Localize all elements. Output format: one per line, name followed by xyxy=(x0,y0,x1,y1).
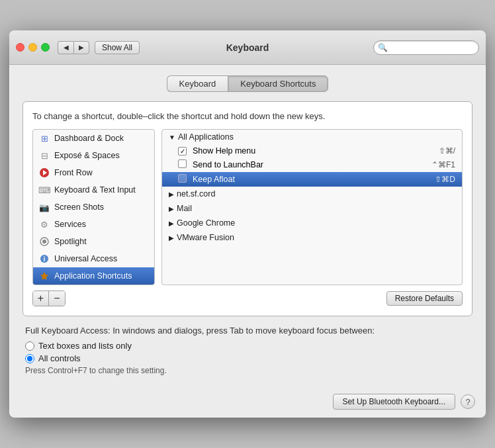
keyboard-access-title: Full Keyboard Access: In windows and dia… xyxy=(25,326,470,336)
group-label: VMware Fusion xyxy=(177,233,234,242)
sidebar-item-expose[interactable]: ⊟ Exposé & Spaces xyxy=(33,147,154,164)
keyboard-window: ◀ ▶ Show All Keyboard 🔍 Keyboard Keyboar… xyxy=(9,30,486,418)
radio-text-boxes-label: Text boxes and lists only xyxy=(38,341,132,351)
footer: Set Up Bluetooth Keyboard... ? xyxy=(9,386,486,418)
dashboard-icon: ⊞ xyxy=(38,132,50,144)
services-icon: ⚙ xyxy=(38,218,50,230)
radio-text-boxes[interactable]: Text boxes and lists only xyxy=(25,341,470,351)
group-label: net.sf.cord xyxy=(177,189,215,199)
checkbox-help-menu[interactable]: ✓ xyxy=(178,146,193,156)
expose-icon: ⊟ xyxy=(38,150,50,161)
sidebar-item-label: Exposé & Spaces xyxy=(54,151,120,160)
sidebar-item-label: Dashboard & Dock xyxy=(54,134,124,143)
expand-triangle: ▶ xyxy=(169,205,174,212)
expand-triangle: ▼ xyxy=(169,134,175,141)
traffic-lights xyxy=(16,43,50,52)
shortcut-key: ⌃⌘F1 xyxy=(431,160,455,169)
search-wrapper: 🔍 xyxy=(373,40,479,55)
svg-text:i: i xyxy=(44,255,46,263)
right-panel: ▼ All Applications ✓ Show Help menu ⇧⌘/ xyxy=(161,129,463,285)
group-label: Google Chrome xyxy=(177,218,235,228)
shortcut-row-keep-afloat[interactable]: Keep Afloat ⇧⌘D xyxy=(162,172,462,187)
universal-icon: i xyxy=(38,253,50,265)
search-input[interactable] xyxy=(373,40,479,55)
group-label: Mail xyxy=(177,204,192,213)
sidebar-item-label: Spotlight xyxy=(54,237,87,246)
sidebar-item-universal[interactable]: i Universal Access xyxy=(33,250,154,267)
forward-button[interactable]: ▶ xyxy=(73,41,89,54)
bluetooth-keyboard-button[interactable]: Set Up Bluetooth Keyboard... xyxy=(333,394,455,410)
svg-marker-6 xyxy=(40,272,48,280)
radio-text-boxes-input[interactable] xyxy=(25,341,34,351)
sidebar-item-label: Keyboard & Text Input xyxy=(54,185,136,195)
checkbox-icon: ✓ xyxy=(178,147,187,156)
back-button[interactable]: ◀ xyxy=(58,41,73,54)
tab-keyboard[interactable]: Keyboard xyxy=(167,75,228,92)
spotlight-icon xyxy=(38,236,50,247)
checkbox-keep-afloat[interactable] xyxy=(178,174,193,185)
checkbox-icon xyxy=(178,159,187,168)
sidebar-item-keyboard[interactable]: ⌨ Keyboard & Text Input xyxy=(33,181,154,199)
left-panel: ⊞ Dashboard & Dock ⊟ Exposé & Spaces xyxy=(32,129,155,285)
group-label: All Applications xyxy=(178,132,234,142)
screenshots-icon: 📷 xyxy=(38,201,50,213)
radio-all-controls-label: All controls xyxy=(38,353,81,363)
expand-triangle: ▶ xyxy=(169,191,174,198)
sidebar-item-services[interactable]: ⚙ Services xyxy=(33,216,154,233)
radio-all-controls-input[interactable] xyxy=(25,354,34,363)
sidebar-item-label: Services xyxy=(54,220,86,229)
main-area: To change a shortcut, double–click the s… xyxy=(22,101,472,316)
sidebar-item-label: Screen Shots xyxy=(54,202,104,212)
frontrow-icon xyxy=(38,167,50,179)
expand-triangle: ▶ xyxy=(169,220,174,227)
keyboard-access-note: Press Control+F7 to change this setting. xyxy=(25,366,470,375)
keyboard-access-section: Full Keyboard Access: In windows and dia… xyxy=(22,326,472,375)
sidebar-item-label: Universal Access xyxy=(54,254,117,263)
instruction-text: To change a shortcut, double–click the s… xyxy=(32,111,463,121)
help-button[interactable]: ? xyxy=(461,394,475,409)
window-title: Keyboard xyxy=(226,42,269,53)
close-button[interactable] xyxy=(16,43,24,52)
shortcut-name: Keep Afloat xyxy=(193,175,435,184)
shortcut-key: ⇧⌘/ xyxy=(439,146,455,156)
sidebar-item-spotlight[interactable]: Spotlight xyxy=(33,233,154,250)
sidebar-item-frontrow[interactable]: Front Row xyxy=(33,164,154,181)
search-icon: 🔍 xyxy=(378,43,388,52)
shortcut-row-help-menu[interactable]: ✓ Show Help menu ⇧⌘/ xyxy=(162,144,462,157)
tab-keyboard-shortcuts[interactable]: Keyboard Shortcuts xyxy=(228,75,328,92)
sidebar-item-label: Front Row xyxy=(54,168,93,177)
shortcut-row-launchbar[interactable]: Send to LaunchBar ⌃⌘F1 xyxy=(162,157,462,172)
restore-defaults-button[interactable]: Restore Defaults xyxy=(386,291,463,306)
group-net-sf-cord[interactable]: ▶ net.sf.cord xyxy=(162,187,462,201)
group-all-applications[interactable]: ▼ All Applications xyxy=(162,130,462,144)
radio-all-controls[interactable]: All controls xyxy=(25,353,470,363)
svg-point-3 xyxy=(42,240,46,244)
tab-bar: Keyboard Keyboard Shortcuts xyxy=(22,75,472,92)
group-mail[interactable]: ▶ Mail xyxy=(162,201,462,216)
add-remove-buttons: + − xyxy=(32,291,66,306)
shortcut-key: ⇧⌘D xyxy=(435,175,455,184)
minimize-button[interactable] xyxy=(28,43,37,52)
panels: ⊞ Dashboard & Dock ⊟ Exposé & Spaces xyxy=(32,129,463,285)
sidebar-item-screenshots[interactable]: 📷 Screen Shots xyxy=(33,199,154,216)
sidebar-item-appshortcuts[interactable]: Application Shortcuts xyxy=(33,267,154,285)
appshortcuts-icon xyxy=(38,270,50,282)
checkbox-icon xyxy=(178,174,187,183)
checkbox-launchbar[interactable] xyxy=(178,159,193,170)
shortcut-name: Show Help menu xyxy=(193,146,439,156)
maximize-button[interactable] xyxy=(41,43,50,52)
content-area: Keyboard Keyboard Shortcuts To change a … xyxy=(9,65,486,386)
group-vmware-fusion[interactable]: ▶ VMware Fusion xyxy=(162,230,462,245)
group-google-chrome[interactable]: ▶ Google Chrome xyxy=(162,216,462,230)
add-shortcut-button[interactable]: + xyxy=(33,291,49,306)
nav-buttons: ◀ ▶ xyxy=(58,41,89,54)
show-all-button[interactable]: Show All xyxy=(95,41,140,54)
keyboard-icon: ⌨ xyxy=(38,184,50,196)
titlebar: ◀ ▶ Show All Keyboard 🔍 xyxy=(9,30,486,65)
expand-triangle: ▶ xyxy=(169,234,174,242)
sidebar-item-label: Application Shortcuts xyxy=(54,271,132,281)
bottom-buttons: + − Restore Defaults xyxy=(32,291,463,306)
shortcut-name: Send to LaunchBar xyxy=(193,160,431,169)
sidebar-item-dashboard[interactable]: ⊞ Dashboard & Dock xyxy=(33,130,154,147)
remove-shortcut-button[interactable]: − xyxy=(49,291,65,306)
